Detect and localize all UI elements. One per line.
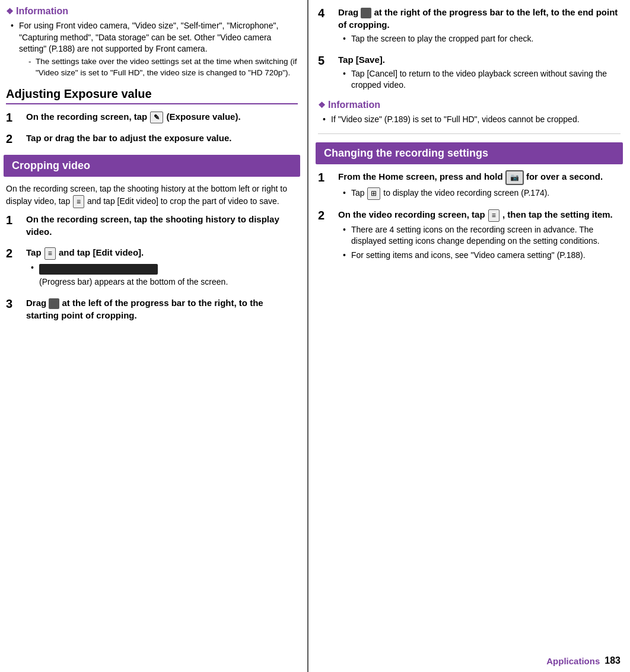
step-1-row: 1 On the recording screen, tap ✎ (Exposu… <box>6 110 298 126</box>
right-step-4-bullet: Tap the screen to play the cropped part … <box>343 33 621 45</box>
change-step-1-title: From the Home screen, press and hold 📷 f… <box>338 170 621 185</box>
step-2-number: 2 <box>6 132 23 146</box>
left-info-section: Information For using Front video camera… <box>6 6 298 79</box>
left-column: Information For using Front video camera… <box>0 0 308 672</box>
crop-step-1-number: 1 <box>6 213 23 240</box>
left-info-heading-text: Information <box>16 6 68 17</box>
right-column: 4 Drag at the right of the progress bar … <box>308 0 630 672</box>
change-step-1-bullet: Tap ⊞ to display the video recording scr… <box>343 187 621 200</box>
crop-step-2-list: (Progress bar) appears at the bottom of … <box>26 262 298 288</box>
right-step-4-list: Tap the screen to play the cropped part … <box>338 33 621 45</box>
step-2-title: Tap or drag the bar to adjust the exposu… <box>26 132 298 144</box>
change-step-2-number: 2 <box>318 208 335 264</box>
left-info-list: For using Front video camera, "Video siz… <box>6 20 298 79</box>
changing-section: Changing the recording settings 1 From t… <box>318 142 621 263</box>
right-info-heading-text: Information <box>328 100 380 110</box>
step-2-row: 2 Tap or drag the bar to adjust the expo… <box>6 132 298 146</box>
camera-icon: 📷 <box>505 170 524 185</box>
section-divider <box>318 133 621 134</box>
right-step-4-row: 4 Drag at the right of the progress bar … <box>318 6 621 47</box>
right-info-bullet: If "Video size" (P.189) is set to "Full … <box>323 114 621 126</box>
change-step-2-title: On the video recording screen, tap ≡ , t… <box>338 208 621 222</box>
progress-bar-visual <box>39 264 158 275</box>
right-step-5-content: Tap [Save]. Tap [Cancel] to return to th… <box>338 53 621 94</box>
change-step-2-list: There are 4 setting icons on the recordi… <box>338 224 621 262</box>
crop-step-3-title: Drag at the left of the progress bar to … <box>26 297 298 321</box>
right-step-5-row: 5 Tap [Save]. Tap [Cancel] to return to … <box>318 53 621 94</box>
left-info-heading: Information <box>6 6 298 17</box>
crop-step-1-row: 1 On the recording screen, tap the shoot… <box>6 213 298 240</box>
page-container: Information For using Front video camera… <box>0 0 630 672</box>
cropping-body-text: On the recording screen, tap the shootin… <box>6 183 298 208</box>
step-1-title: On the recording screen, tap ✎ (Exposure… <box>26 110 298 124</box>
change-step-1-number: 1 <box>318 170 335 202</box>
exposure-icon: ✎ <box>150 112 163 124</box>
footer-label: Applications <box>546 656 600 666</box>
crop-step-3-row: 3 Drag at the left of the progress bar t… <box>6 297 298 324</box>
right-info-section: Information If "Video size" (P.189) is s… <box>318 100 621 126</box>
grid-icon: ⊞ <box>367 187 380 200</box>
right-step-4-number: 4 <box>318 6 335 47</box>
right-step-5-number: 5 <box>318 53 335 94</box>
adjusting-section: Adjusting Exposure value 1 On the record… <box>6 87 298 147</box>
crop-step-2-content: Tap ≡ and tap [Edit video]. (Progress ba… <box>26 246 298 290</box>
change-step-2-content: On the video recording screen, tap ≡ , t… <box>338 208 621 264</box>
change-step-1-content: From the Home screen, press and hold 📷 f… <box>338 170 621 202</box>
right-step-5-list: Tap [Cancel] to return to the video play… <box>338 68 621 91</box>
right-step-5-title: Tap [Save]. <box>338 53 621 66</box>
crop-step-2-bullet: (Progress bar) appears at the bottom of … <box>31 262 298 288</box>
right-step-5-bullet: Tap [Cancel] to return to the video play… <box>343 68 621 91</box>
left-info-sub-item-1: The settings take over the video setting… <box>27 56 298 79</box>
change-step-1-list: Tap ⊞ to display the video recording scr… <box>338 187 621 200</box>
crop-step-2-number: 2 <box>6 246 23 290</box>
menu-icon-3: ≡ <box>488 209 499 222</box>
right-info-list: If "Video size" (P.189) is set to "Full … <box>318 114 621 126</box>
crop-step-2-row: 2 Tap ≡ and tap [Edit video]. (Progress … <box>6 246 298 290</box>
change-step-2-row: 2 On the video recording screen, tap ≡ ,… <box>318 208 621 264</box>
drag-handle-left <box>49 298 59 309</box>
cropping-section: Cropping video On the recording screen, … <box>6 155 298 323</box>
left-info-sub-list: The settings take over the video setting… <box>19 56 298 79</box>
change-step-2-bullet-2: For setting items and icons, see "Video … <box>343 250 621 262</box>
page-footer: Applications 183 <box>546 655 621 666</box>
right-step-4-content: Drag at the right of the progress bar to… <box>338 6 621 47</box>
change-step-2-bullet-1: There are 4 setting icons on the recordi… <box>343 224 621 247</box>
change-step-1-row: 1 From the Home screen, press and hold 📷… <box>318 170 621 202</box>
step-2-content: Tap or drag the bar to adjust the exposu… <box>26 132 298 146</box>
crop-step-2-title: Tap ≡ and tap [Edit video]. <box>26 246 298 260</box>
right-step-4-title: Drag at the right of the progress bar to… <box>338 6 621 31</box>
crop-step-1-content: On the recording screen, tap the shootin… <box>26 213 298 240</box>
drag-handle-right <box>361 8 371 18</box>
cropping-heading: Cropping video <box>4 155 300 177</box>
step-1-content: On the recording screen, tap ✎ (Exposure… <box>26 110 298 126</box>
menu-icon-2: ≡ <box>44 247 56 260</box>
footer-number: 183 <box>604 655 621 666</box>
crop-step-1-title: On the recording screen, tap the shootin… <box>26 213 298 238</box>
adjusting-heading: Adjusting Exposure value <box>6 87 298 104</box>
left-info-item-1: For using Front video camera, "Video siz… <box>11 20 298 79</box>
crop-step-3-content: Drag at the left of the progress bar to … <box>26 297 298 324</box>
right-info-heading: Information <box>318 100 621 110</box>
changing-heading: Changing the recording settings <box>316 142 623 164</box>
step-1-number: 1 <box>6 110 23 126</box>
menu-icon-inline: ≡ <box>73 195 84 208</box>
crop-step-3-number: 3 <box>6 297 23 324</box>
